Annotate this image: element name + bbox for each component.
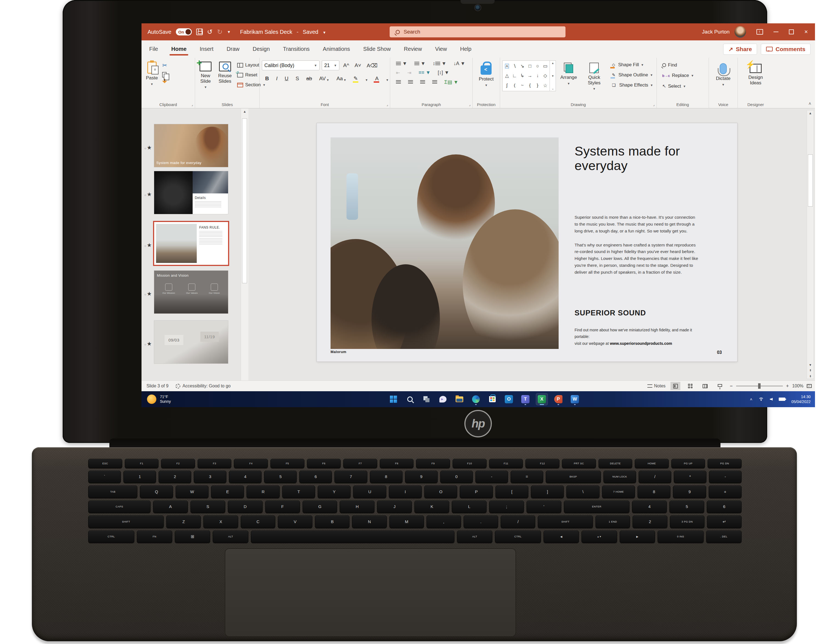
avatar[interactable] xyxy=(734,26,746,38)
keyboard-key[interactable]: H xyxy=(340,501,375,513)
keyboard-key[interactable]: HOME xyxy=(635,459,669,468)
shape-gallery-item[interactable]: ↓ xyxy=(536,73,539,79)
keyboard-key[interactable]: I xyxy=(389,485,422,498)
protect-button[interactable]: Protect ▼ xyxy=(477,60,496,88)
close-button[interactable]: × xyxy=(804,28,808,35)
keyboard-key[interactable]: * xyxy=(674,471,706,483)
font-name-select[interactable]: Calibri (Body)▼ xyxy=(262,60,320,70)
normal-view-button[interactable] xyxy=(670,382,680,390)
shape-gallery-item[interactable]: ∫ xyxy=(506,83,508,88)
slide-paragraph[interactable]: That's why our engineers have crafted a … xyxy=(575,242,698,276)
keyboard-key[interactable]: F xyxy=(265,501,300,513)
keyboard-key[interactable]: F10 xyxy=(452,459,487,468)
keyboard-key[interactable]: X xyxy=(203,515,238,528)
shape-gallery-item[interactable]: ∟ xyxy=(512,73,517,79)
keyboard-key[interactable]: J xyxy=(377,501,412,513)
keyboard-key[interactable]: 0 xyxy=(440,471,473,483)
share-button[interactable]: ↗ Share xyxy=(723,44,757,55)
ribbon-tab[interactable]: Home xyxy=(171,44,187,54)
ribbon-tab[interactable]: Draw xyxy=(226,44,240,54)
slide-thumbnail-1[interactable]: System made for everyday xyxy=(154,124,228,167)
shape-gallery-item[interactable]: ~ xyxy=(521,83,524,88)
outlook-button[interactable]: O xyxy=(503,393,515,405)
keyboard-key[interactable]: + xyxy=(709,485,742,498)
keyboard-key[interactable]: 3 xyxy=(194,471,226,483)
keyboard-key[interactable]: 2 xyxy=(632,515,667,528)
task-view-button[interactable] xyxy=(421,393,432,405)
slide-thumbnail-4[interactable]: Mission and Vision Our MissionOur Values… xyxy=(154,271,228,313)
keyboard-key[interactable]: - xyxy=(709,471,742,483)
quick-access-customize-icon[interactable]: ▼ xyxy=(227,30,231,34)
ribbon-tab[interactable]: Animations xyxy=(322,44,351,54)
weather-widget[interactable]: 71°F Sunny xyxy=(142,395,171,404)
justify-icon[interactable] xyxy=(431,79,438,85)
shape-gallery-scrollbar[interactable]: ▲▼⌄ xyxy=(550,61,556,91)
keyboard-key[interactable]: [ xyxy=(495,485,528,498)
fit-slide-to-window-icon[interactable] xyxy=(807,384,812,388)
shape-outline-button[interactable]: ✎Shape Outline▼ xyxy=(609,71,654,79)
character-spacing-button[interactable]: AV▼ xyxy=(318,75,331,82)
highlight-color-button[interactable]: ✎▼ xyxy=(352,75,370,82)
keyboard-key[interactable]: 9 xyxy=(673,485,706,498)
keyboard-key[interactable]: 6 xyxy=(707,501,742,513)
keyboard-key[interactable]: 7 xyxy=(334,471,367,483)
keyboard-key[interactable]: PG UP xyxy=(671,459,705,468)
word-button[interactable]: W xyxy=(569,393,581,405)
keyboard-key[interactable]: PG DN xyxy=(708,459,742,468)
keyboard-key[interactable]: F4 xyxy=(234,459,268,468)
autosave-toggle[interactable]: On xyxy=(176,28,192,35)
italic-button[interactable]: I xyxy=(274,75,279,82)
laptop-keyboard[interactable]: ESCF1F2F3F4F5F6F7F8F9F10F11F12PRT SCDELE… xyxy=(88,459,742,543)
minimize-button[interactable] xyxy=(774,31,779,32)
slide-canvas[interactable]: Systems made for everyday Superior sound… xyxy=(317,123,737,362)
notes-button[interactable]: Notes xyxy=(648,384,665,389)
shape-gallery-item[interactable]: → xyxy=(528,73,532,79)
chat-button[interactable] xyxy=(437,393,449,405)
arrange-button[interactable]: Arrange ▼ xyxy=(558,60,579,86)
line-spacing-icon[interactable]: ↕ ▼ xyxy=(432,60,448,67)
save-icon[interactable] xyxy=(196,28,203,35)
shape-gallery-item[interactable]: ( xyxy=(514,83,515,88)
keyboard-key[interactable]: N xyxy=(352,515,387,528)
keyboard-key[interactable]: C xyxy=(241,515,275,528)
touchpad[interactable] xyxy=(225,548,516,637)
keyboard-key[interactable]: 7 HOME xyxy=(602,485,635,498)
keyboard-key[interactable]: CAPS xyxy=(88,501,151,513)
keyboard-key[interactable]: E xyxy=(211,485,244,498)
keyboard-key[interactable]: ESC xyxy=(88,459,122,468)
new-slide-button[interactable]: New Slide ▼ xyxy=(197,60,214,90)
keyboard-key[interactable]: ; xyxy=(489,501,524,513)
underline-button[interactable]: U xyxy=(283,75,290,82)
file-explorer-button[interactable] xyxy=(453,393,465,405)
keyboard-key[interactable]: K xyxy=(414,501,449,513)
slide-thumbnail-3-selected[interactable]: FANS RULE. xyxy=(154,222,228,265)
speaker-icon[interactable] xyxy=(770,398,773,401)
shape-fill-button[interactable]: ◇Shape Fill▼ xyxy=(609,61,654,69)
undo-icon[interactable]: ↺ xyxy=(207,28,213,36)
keyboard-key[interactable]: ALT xyxy=(457,531,492,543)
keyboard-key[interactable]: F1 xyxy=(125,459,159,468)
ribbon-tab[interactable]: File xyxy=(149,44,159,54)
font-size-select[interactable]: 21▼ xyxy=(322,60,339,70)
slide-title[interactable]: Systems made for everyday xyxy=(575,144,698,173)
keyboard-key[interactable]: PRT SC xyxy=(562,459,596,468)
dialog-launcher-icon[interactable]: ⌟ xyxy=(469,103,470,107)
dialog-launcher-icon[interactable]: ⌟ xyxy=(386,103,388,107)
keyboard-key[interactable]: = xyxy=(511,471,543,483)
keyboard-key[interactable]: 0 INS xyxy=(657,531,704,543)
keyboard-key[interactable]: . xyxy=(463,515,498,528)
ribbon-tab[interactable]: View xyxy=(434,44,448,54)
grow-font-button[interactable]: A^ xyxy=(342,62,351,69)
slide-sorter-view-button[interactable] xyxy=(685,382,695,390)
keyboard-key[interactable]: F7 xyxy=(343,459,377,468)
keyboard-key[interactable]: W xyxy=(176,485,208,498)
numbering-icon[interactable]: ▼ xyxy=(413,60,427,67)
slide-paragraph[interactable]: Superior sound is more than a nice-to-ha… xyxy=(575,214,698,235)
keyboard-key[interactable]: ▴ ▾ xyxy=(582,531,617,543)
keyboard-key[interactable]: \ xyxy=(566,485,599,498)
zoom-level[interactable]: 100% xyxy=(792,384,804,389)
keyboard-key[interactable]: Z xyxy=(166,515,201,528)
keyboard-key[interactable]: B xyxy=(315,515,350,528)
start-button[interactable] xyxy=(388,393,400,405)
excel-button[interactable]: X xyxy=(536,393,548,405)
